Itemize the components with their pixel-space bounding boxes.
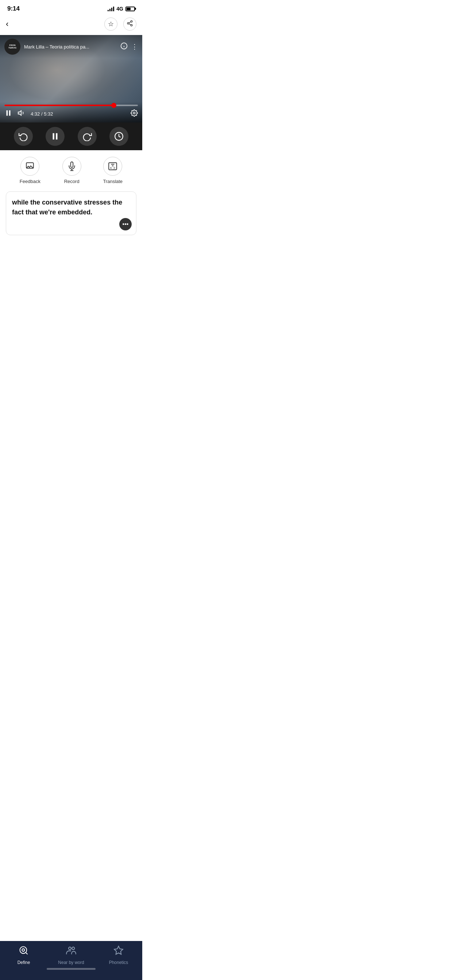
share-icon <box>126 20 133 29</box>
video-header-overlay: FRONTEIRAS Mark Lilla – Teoria política … <box>0 35 142 58</box>
svg-line-4 <box>129 22 131 22</box>
signal-icon <box>108 6 114 11</box>
controls-row: 4:32 / 5:32 <box>4 109 138 119</box>
content-spacer <box>0 241 142 314</box>
bookmark-button[interactable]: ☆ <box>104 18 118 30</box>
svg-rect-9 <box>9 110 11 116</box>
status-bar: 9:14 4G <box>0 0 142 14</box>
volume-button[interactable] <box>18 109 26 119</box>
back-button[interactable]: ‹ <box>6 19 8 29</box>
status-time: 9:14 <box>7 5 20 13</box>
progress-bar[interactable] <box>4 105 138 106</box>
video-controls: 4:32 / 5:32 <box>0 102 142 123</box>
speed-button[interactable] <box>109 127 128 146</box>
svg-marker-10 <box>18 111 21 116</box>
bookmark-icon: ☆ <box>108 20 114 28</box>
video-title: Mark Lilla – Teoria política pa... <box>24 44 117 49</box>
record-label: Record <box>64 179 80 184</box>
video-more-button[interactable]: ⋮ <box>131 43 138 51</box>
info-button[interactable] <box>120 42 128 51</box>
transport-pause-button[interactable] <box>46 127 65 146</box>
video-time: 4:32 / 5:32 <box>30 111 126 117</box>
nav-header: ‹ ☆ <box>0 14 142 35</box>
translate-label: Translate <box>103 179 123 184</box>
subtitle-box: while the conservative stresses the fact… <box>6 191 136 235</box>
record-button[interactable]: Record <box>62 157 81 184</box>
action-buttons-row: Feedback Record A 文 Translate <box>0 150 142 188</box>
progress-fill <box>4 105 114 106</box>
network-label: 4G <box>116 6 123 12</box>
battery-icon <box>126 6 135 11</box>
rewind-button[interactable] <box>14 127 33 146</box>
feedback-button[interactable]: Feedback <box>20 157 40 184</box>
svg-rect-13 <box>56 133 57 139</box>
forward-button[interactable] <box>78 127 97 146</box>
svg-rect-12 <box>53 133 54 139</box>
share-button[interactable] <box>123 18 136 30</box>
svg-line-3 <box>129 24 131 25</box>
progress-thumb[interactable] <box>111 103 116 108</box>
settings-button[interactable] <box>131 110 138 118</box>
subtitle-text: while the conservative stresses the fact… <box>12 197 130 217</box>
feedback-icon-circle <box>21 157 39 176</box>
feedback-label: Feedback <box>20 179 40 184</box>
subtitle-more-button[interactable]: ••• <box>119 218 132 231</box>
channel-logo: FRONTEIRAS <box>4 39 21 55</box>
channel-name: FRONTEIRAS <box>8 44 16 49</box>
nav-actions: ☆ <box>104 18 136 30</box>
play-pause-button[interactable] <box>4 109 13 119</box>
translate-icon-circle: A 文 <box>103 157 122 176</box>
svg-text:文: 文 <box>113 167 116 169</box>
svg-point-11 <box>134 112 135 114</box>
svg-text:A: A <box>110 166 112 170</box>
status-icons: 4G <box>108 6 135 12</box>
svg-rect-8 <box>6 110 8 116</box>
translate-button[interactable]: A 文 Translate <box>103 157 123 184</box>
record-icon-circle <box>62 157 81 176</box>
transport-bar <box>0 123 142 150</box>
video-player[interactable]: FRONTEIRAS Mark Lilla – Teoria política … <box>0 35 142 123</box>
